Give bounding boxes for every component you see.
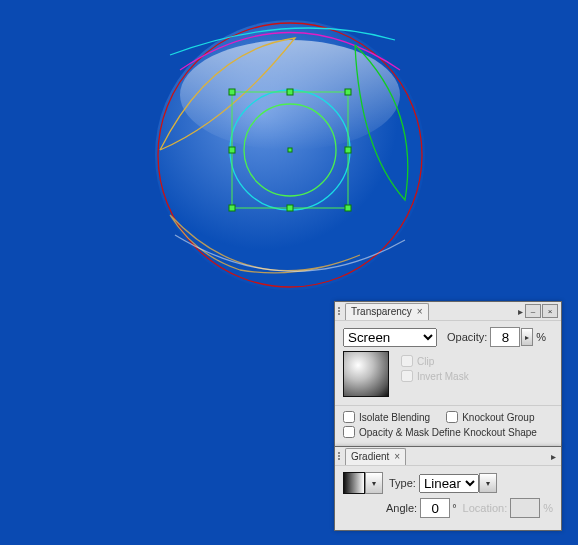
gradient-type-label: Type: (389, 477, 416, 489)
location-label: Location: (463, 502, 508, 514)
close-button[interactable]: × (542, 304, 558, 318)
transparency-titlebar[interactable]: Transparency × ▸ – × (335, 302, 561, 321)
transparency-tab-label: Transparency (351, 306, 412, 317)
svg-rect-12 (287, 205, 293, 211)
clip-checkbox (401, 355, 413, 367)
opacity-label: Opacity: (447, 331, 487, 343)
knockout-group-checkbox[interactable] (446, 411, 458, 423)
gradient-panel: Gradient × ▸ ▾ Type: Linear ▾ Angle: ° L… (334, 446, 562, 531)
degree-symbol: ° (452, 502, 456, 514)
location-input (510, 498, 540, 518)
angle-input[interactable] (420, 498, 450, 518)
panel-menu-icon[interactable]: ▸ (548, 451, 558, 461)
minimize-button[interactable]: – (525, 304, 541, 318)
transparency-panel: Transparency × ▸ – × Screen Opacity: ▸ % (334, 301, 562, 447)
gradient-type-select[interactable]: Linear (419, 474, 479, 493)
mask-define-label: Opacity & Mask Define Knockout Shape (359, 427, 537, 438)
invert-mask-label: Invert Mask (417, 371, 469, 382)
opacity-stepper[interactable]: ▸ (521, 328, 533, 346)
invert-mask-checkbox (401, 370, 413, 382)
svg-rect-10 (345, 147, 351, 153)
opacity-input[interactable] (490, 327, 520, 347)
svg-rect-14 (288, 148, 292, 152)
gradient-titlebar[interactable]: Gradient × ▸ (335, 447, 561, 466)
svg-rect-11 (229, 205, 235, 211)
svg-rect-13 (345, 205, 351, 211)
isolate-blending-label: Isolate Blending (359, 412, 430, 423)
gradient-tab[interactable]: Gradient × (345, 448, 406, 465)
close-tab-icon[interactable]: × (394, 451, 400, 462)
svg-rect-6 (229, 89, 235, 95)
opacity-unit: % (536, 331, 546, 343)
gradient-tab-label: Gradient (351, 451, 389, 462)
knockout-group-label: Knockout Group (462, 412, 534, 423)
transparency-tab[interactable]: Transparency × (345, 303, 429, 320)
close-tab-icon[interactable]: × (417, 306, 423, 317)
opacity-thumbnail[interactable] (343, 351, 389, 397)
gradient-type-dropdown-button[interactable]: ▾ (479, 473, 497, 493)
gradient-preset-dropdown[interactable]: ▾ (365, 472, 383, 494)
gradient-swatch[interactable] (343, 472, 365, 494)
svg-rect-7 (287, 89, 293, 95)
svg-rect-8 (345, 89, 351, 95)
angle-label: Angle: (386, 502, 417, 514)
svg-rect-9 (229, 147, 235, 153)
location-unit: % (543, 502, 553, 514)
isolate-blending-checkbox[interactable] (343, 411, 355, 423)
clip-label: Clip (417, 356, 434, 367)
mask-define-checkbox[interactable] (343, 426, 355, 438)
panel-menu-icon[interactable]: ▸ (515, 306, 525, 316)
blend-mode-select[interactable]: Screen (343, 328, 437, 347)
